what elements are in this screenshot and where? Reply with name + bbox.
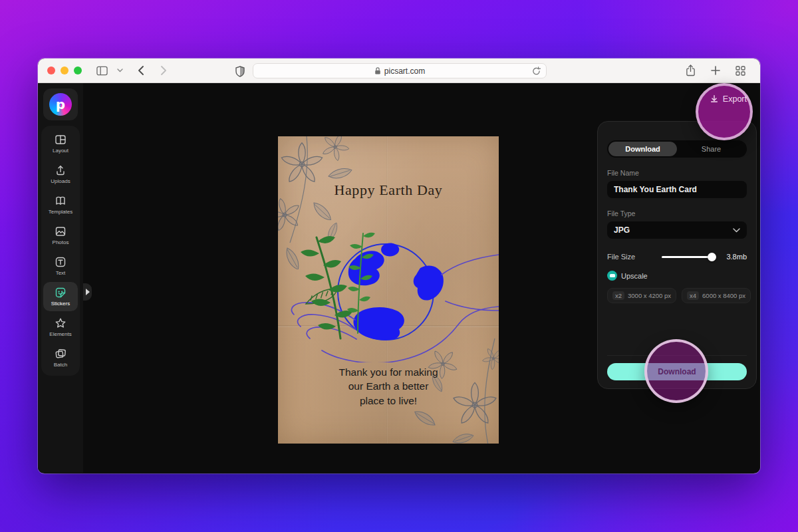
browser-window: picsart.com p [38,59,760,473]
new-tab-icon[interactable] [710,65,722,76]
export-panel: Download Share File Name File Type JPG F… [597,121,757,389]
upscale-label: Upscale [621,272,648,280]
sidebar-toggle-icon[interactable] [95,65,109,77]
privacy-shield-icon[interactable] [234,65,246,78]
card-title-text-layer[interactable]: Happy Earth Day [278,182,499,199]
forward-button[interactable] [159,65,168,76]
picsart-logo-icon: p [49,93,72,116]
file-size-row: File Size 3.8mb [607,253,747,261]
stickers-icon [55,287,66,299]
chevron-down-icon[interactable] [116,67,124,74]
upload-icon [55,164,66,176]
file-name-input[interactable] [607,181,747,198]
tool-nav: Layout Uploads Templates Photos Text [41,126,80,376]
upscale-toggle[interactable]: Upscale [607,271,747,281]
file-size-value: 3.8mb [722,253,747,261]
close-window-button[interactable] [47,66,55,74]
toolbar-right-group [684,63,751,78]
elements-star-icon [55,317,66,329]
reload-icon[interactable] [532,66,541,76]
share-icon[interactable] [684,63,697,78]
file-size-slider-knob[interactable] [708,253,716,261]
chevron-down-icon [733,228,740,233]
upscale-options: x2 3000 x 4200 px x4 6000 x 8400 px [607,288,747,303]
layout-icon [55,134,66,146]
upscale-option-x4[interactable]: x4 6000 x 8400 px [682,288,751,303]
chevron-right-icon [86,289,90,295]
canvas-card[interactable]: Happy Earth Day [278,136,499,444]
batch-icon [55,348,66,360]
back-button[interactable] [136,65,146,76]
tab-overview-icon[interactable] [734,65,747,77]
sidebar-item-text[interactable]: Text [43,251,78,281]
text-icon [55,256,66,268]
zoom-window-button[interactable] [74,66,82,74]
sidebar-item-batch[interactable]: Batch [43,343,78,372]
sidebar-item-stickers[interactable]: Stickers [43,282,78,311]
file-name-label: File Name [607,169,747,177]
tab-download[interactable]: Download [608,142,677,156]
sidebar-item-elements[interactable]: Elements [43,313,78,342]
url-text: picsart.com [384,66,425,76]
sidebar-item-layout[interactable]: Layout [43,129,78,158]
browser-toolbar: picsart.com [38,59,760,83]
export-tabs: Download Share [607,140,747,158]
traffic-lights [47,66,82,74]
export-download-icon [710,94,719,104]
upscale-option-x2[interactable]: x2 3000 x 4200 px [607,288,676,303]
editor-app: p Layout Uploads Templates Photos [38,83,760,473]
templates-icon [55,195,66,207]
stickers-panel-handle[interactable] [83,283,92,301]
photos-icon [55,225,66,237]
file-type-value: JPG [614,225,630,235]
tool-sidebar: p Layout Uploads Templates Photos [38,83,83,473]
upscale-icon [607,271,617,281]
sidebar-item-uploads[interactable]: Uploads [43,160,78,189]
minimize-window-button[interactable] [61,66,68,74]
address-bar[interactable]: picsart.com [253,63,547,78]
file-type-select[interactable]: JPG [607,221,747,239]
tab-share[interactable]: Share [677,142,745,156]
export-panel-footer: Download [607,355,747,388]
picsart-logo[interactable]: p [43,88,78,120]
sidebar-item-photos[interactable]: Photos [43,221,78,250]
card-message-text-layer[interactable]: Thank you for making our Earth a better … [278,365,499,408]
file-type-label: File Type [607,209,747,217]
file-size-label: File Size [607,253,655,261]
file-size-slider[interactable] [662,256,715,258]
lock-icon [374,66,381,75]
sidebar-item-templates[interactable]: Templates [43,190,78,219]
export-button[interactable]: Export [710,94,747,104]
download-button[interactable]: Download [607,363,747,380]
earth-in-hand-illustration[interactable] [278,227,499,362]
